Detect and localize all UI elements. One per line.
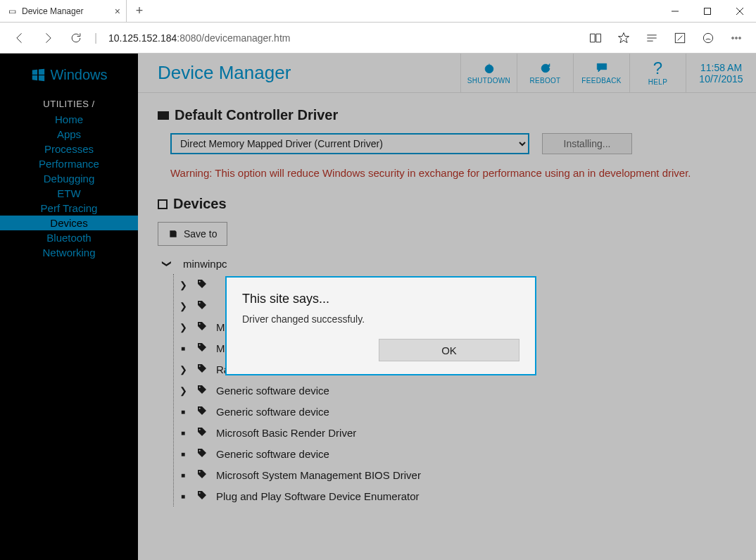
dialog-title: This site says...	[242, 292, 519, 306]
svg-rect-1	[705, 8, 711, 15]
favorite-icon[interactable]	[611, 25, 636, 51]
browser-tab[interactable]: ▭ Device Manager ×	[0, 0, 127, 22]
svg-point-8	[703, 33, 712, 42]
dialog-message: Driver changed successfuly.	[242, 313, 519, 325]
more-icon[interactable]	[724, 25, 749, 51]
new-tab-button[interactable]: +	[127, 0, 152, 22]
reading-view-icon[interactable]	[583, 25, 608, 51]
forward-button[interactable]	[35, 25, 61, 51]
share-icon[interactable]	[695, 25, 721, 51]
title-bar: ▭ Device Manager × +	[0, 0, 756, 23]
url-input[interactable]: 10.125.152.184:8080/devicemanager.htm	[103, 27, 580, 49]
svg-point-10	[736, 37, 738, 39]
back-button[interactable]	[7, 25, 32, 51]
webnote-icon[interactable]	[667, 25, 693, 51]
dialog-ok-button[interactable]: OK	[379, 339, 519, 361]
window-maximize-button[interactable]	[691, 0, 724, 23]
alert-dialog: This site says... Driver changed success…	[225, 276, 536, 375]
address-divider: |	[92, 25, 100, 51]
page: Windows UTILITIES / HomeAppsProcessesPer…	[0, 54, 756, 560]
window-icon: ▭	[8, 6, 16, 16]
url-host: 10.125.152.184	[108, 32, 177, 44]
svg-point-9	[732, 37, 734, 39]
refresh-button[interactable]	[63, 25, 89, 51]
address-bar: | 10.125.152.184:8080/devicemanager.htm	[0, 23, 756, 54]
hub-icon[interactable]	[639, 25, 664, 51]
url-path: :8080/devicemanager.htm	[177, 32, 290, 44]
tab-title: Device Manager	[22, 6, 83, 16]
window-close-button[interactable]	[724, 0, 756, 23]
close-tab-icon[interactable]: ×	[115, 6, 120, 17]
svg-point-11	[739, 37, 741, 39]
window-minimize-button[interactable]	[659, 0, 691, 23]
window-controls	[659, 0, 756, 22]
